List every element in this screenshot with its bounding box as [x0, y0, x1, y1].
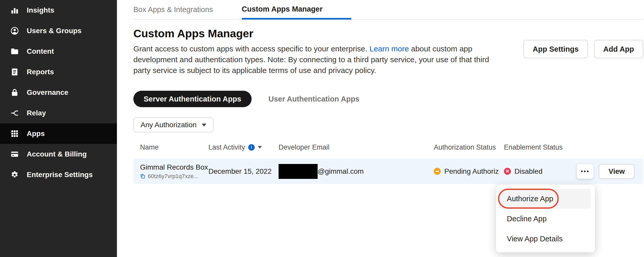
chevron-down-icon — [202, 124, 206, 126]
sidebar: Insights Users & Groups Content Reports … — [0, 0, 117, 257]
row-context-menu: Authorize App Decline App View App Detai… — [496, 185, 595, 252]
sidebar-item-label: Relay — [27, 109, 46, 117]
tab-box-apps-integrations[interactable]: Box Apps & Integrations — [133, 0, 213, 19]
copy-icon[interactable] — [140, 173, 145, 179]
tab-label: Custom Apps Manager — [242, 5, 323, 13]
column-header-developer-email[interactable]: Developer Email — [279, 143, 434, 151]
sidebar-item-label: Users & Groups — [27, 27, 81, 35]
sidebar-item-label: Insights — [27, 6, 54, 14]
tab-label: Box Apps & Integrations — [133, 5, 213, 14]
toggle-server-auth-apps[interactable]: Server Authentication Apps — [133, 91, 252, 107]
menu-item-label: View App Details — [507, 235, 563, 243]
menu-item-view-app-details[interactable]: View App Details — [500, 229, 591, 249]
app-root: Insights Users & Groups Content Reports … — [0, 0, 644, 257]
menu-item-authorize-app[interactable]: Authorize App — [500, 189, 591, 209]
menu-item-label: Authorize App — [507, 195, 553, 203]
sidebar-item-label: Apps — [27, 130, 45, 138]
description-text: Grant access to custom apps with access … — [133, 44, 370, 53]
sidebar-item-label: Governance — [27, 88, 68, 97]
credit-card-icon — [10, 149, 20, 159]
email-domain-text: @gimmal.com — [318, 167, 364, 176]
cell-authorization-status: Pending Authoriz — [434, 167, 504, 176]
info-icon[interactable]: i — [248, 144, 255, 151]
filter-value: Any Authorization — [141, 121, 197, 129]
column-header-last-activity[interactable]: Last Activity i — [208, 143, 279, 151]
bar-chart-icon — [10, 5, 20, 15]
authorization-filter-dropdown[interactable]: Any Authorization — [133, 117, 214, 132]
sidebar-item-label: Content — [27, 47, 54, 56]
row-actions: ••• View — [577, 164, 643, 179]
enablement-status-text: Disabled — [514, 167, 542, 176]
column-header-authorization-status[interactable]: Authorization Status — [434, 143, 504, 151]
tab-bar: Box Apps & Integrations Custom Apps Mana… — [133, 0, 643, 20]
report-icon — [10, 67, 20, 77]
sidebar-item-content[interactable]: Content — [0, 41, 117, 62]
page-description: Grant access to custom apps with access … — [133, 43, 506, 76]
disabled-status-icon: × — [504, 168, 511, 175]
toggle-user-auth-apps[interactable]: User Authentication Apps — [269, 95, 360, 103]
sidebar-item-relay[interactable]: Relay — [0, 103, 117, 123]
users-icon — [10, 26, 20, 36]
header-actions: App Settings Add App — [523, 40, 643, 58]
column-header-name[interactable]: Name — [140, 143, 208, 151]
menu-item-decline-app[interactable]: Decline App — [500, 209, 591, 229]
sidebar-item-governance[interactable]: Governance — [0, 82, 117, 103]
cell-app-name: Gimmal Records Box 60tz6y7vrp1q7xze... — [140, 163, 208, 180]
gear-icon — [10, 170, 20, 180]
sidebar-item-insights[interactable]: Insights — [0, 0, 117, 21]
cell-enablement-status: × Disabled — [504, 167, 577, 176]
folder-icon — [10, 47, 20, 56]
apps-grid-icon — [10, 129, 20, 139]
app-name: Gimmal Records Box — [140, 163, 208, 171]
learn-more-link[interactable]: Learn more — [370, 44, 409, 53]
sidebar-item-users-groups[interactable]: Users & Groups — [0, 21, 117, 41]
table-row[interactable]: Gimmal Records Box 60tz6y7vrp1q7xze... D… — [133, 159, 643, 184]
column-header-label: Last Activity — [208, 143, 245, 151]
authorization-status-text: Pending Authoriz — [444, 167, 499, 176]
cell-developer-email: @gimmal.com — [279, 164, 434, 179]
menu-item-label: Decline App — [507, 215, 547, 223]
app-client-id: 60tz6y7vrp1q7xze... — [140, 173, 208, 180]
sort-caret-icon[interactable] — [258, 146, 262, 149]
sidebar-item-account-billing[interactable]: Account & Billing — [0, 144, 117, 164]
more-options-button[interactable]: ••• — [577, 164, 594, 179]
sidebar-item-label: Enterprise Settings — [27, 171, 93, 179]
tab-custom-apps-manager[interactable]: Custom Apps Manager — [242, 0, 352, 20]
sidebar-item-label: Reports — [27, 68, 54, 76]
cell-last-activity: December 15, 2022 — [208, 167, 279, 176]
add-app-button[interactable]: Add App — [594, 40, 643, 58]
client-id-text: 60tz6y7vrp1q7xze... — [148, 173, 198, 180]
auth-type-toggle: Server Authentication Apps User Authenti… — [133, 91, 643, 107]
sidebar-item-enterprise-settings[interactable]: Enterprise Settings — [0, 164, 117, 185]
view-button[interactable]: View — [599, 164, 634, 179]
pending-status-icon — [434, 168, 441, 175]
column-header-enablement-status[interactable]: Enablement Status — [504, 143, 577, 151]
sidebar-item-apps[interactable]: Apps — [0, 123, 117, 144]
sidebar-item-reports[interactable]: Reports — [0, 62, 117, 82]
lock-icon — [10, 88, 20, 97]
redacted-email-block — [279, 164, 318, 179]
table-header-row: Name Last Activity i Developer Email Aut… — [133, 142, 643, 153]
relay-icon — [10, 108, 20, 118]
page-title: Custom Apps Manager — [133, 27, 643, 40]
app-settings-button[interactable]: App Settings — [523, 40, 588, 58]
sidebar-item-label: Account & Billing — [27, 150, 87, 158]
main-content: Box Apps & Integrations Custom Apps Mana… — [117, 0, 644, 257]
